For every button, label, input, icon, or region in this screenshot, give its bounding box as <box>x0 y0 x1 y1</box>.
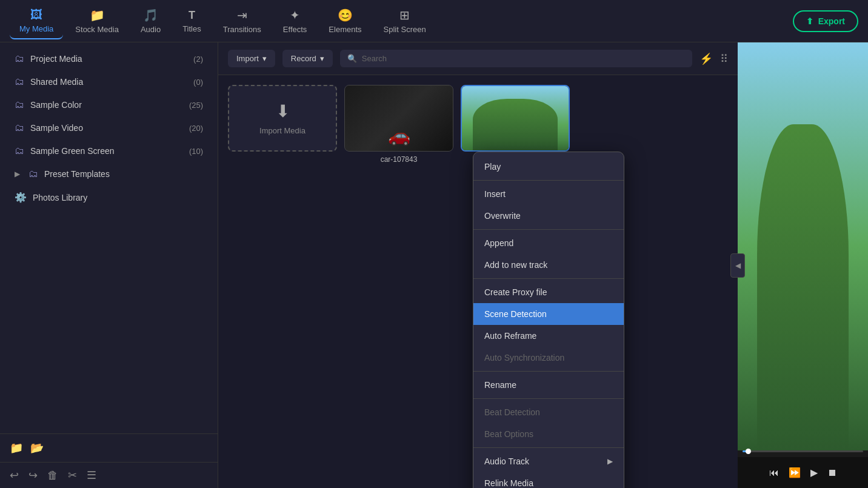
nav-item-stock-media[interactable]: 📁 Stock Media <box>65 3 129 39</box>
nav-label-audio: Audio <box>141 25 161 34</box>
sidebar-item-sample-green[interactable]: 🗂 Sample Green Screen (10) <box>5 139 213 162</box>
sidebar-item-preset-templates[interactable]: ▶ 🗂 Preset Templates <box>5 162 213 186</box>
grid-view-icon[interactable]: ⠿ <box>720 52 728 65</box>
ctx-scene-detection[interactable]: Scene Detection <box>473 303 624 325</box>
ctx-sep-6 <box>473 447 624 448</box>
ctx-rename[interactable]: Rename <box>473 374 624 396</box>
prev-frame-button[interactable]: ⏮ <box>767 465 781 481</box>
ctx-add-new-track[interactable]: Add to new track <box>473 254 624 276</box>
ctx-beat-options: Beat Options <box>473 423 624 445</box>
toolbar-icons: ⚡ ⠿ <box>699 52 728 65</box>
import-media-thumb[interactable]: ⬇ Import Media <box>228 85 337 152</box>
sidebar-label-sample-color: Sample Color <box>30 100 82 110</box>
export-button[interactable]: ⬆ Export <box>793 10 858 32</box>
sidebar-count-project-media: (2) <box>193 55 203 64</box>
sidebar-collapse-arrow[interactable]: ◀ <box>730 253 745 278</box>
nav-item-audio[interactable]: 🎵 Audio <box>131 3 170 39</box>
sidebar-count-sample-green: (10) <box>189 147 203 156</box>
ctx-create-proxy[interactable]: Create Proxy file <box>473 281 624 303</box>
sidebar-item-shared-media[interactable]: 🗂 Shared Media (0) <box>5 70 213 93</box>
ctx-overwrite[interactable]: Overwrite <box>473 205 624 227</box>
import-folder-icon[interactable]: 📂 <box>30 441 44 455</box>
search-placeholder[interactable]: Search <box>362 54 387 63</box>
nav-item-elements[interactable]: 😊 Elements <box>319 3 371 39</box>
import-label: Import <box>236 54 259 63</box>
ctx-auto-sync-label: Auto Synchronization <box>484 353 564 363</box>
ctx-auto-reframe[interactable]: Auto Reframe <box>473 325 624 347</box>
toolbar-footer: ↩ ↪ 🗑 ✂ ☰ <box>0 462 218 488</box>
sidebar-count-sample-color: (25) <box>189 101 203 110</box>
stock-media-icon: 📁 <box>90 8 105 22</box>
play-button[interactable]: ⏩ <box>786 464 803 481</box>
export-label: Export <box>818 16 845 26</box>
import-media-icon: ⬇ <box>276 101 290 121</box>
ctx-create-proxy-label: Create Proxy file <box>484 287 547 297</box>
nav-item-transitions[interactable]: ⇥ Transitions <box>213 3 271 39</box>
export-icon: ⬆ <box>806 16 813 26</box>
transitions-icon: ⇥ <box>237 8 247 22</box>
media-area: ◀ Import ▾ Record ▾ 🔍 Search ⚡ ⠿ <box>218 42 738 488</box>
nav-label-stock-media: Stock Media <box>75 25 119 34</box>
ctx-audio-track-label: Audio Track <box>484 456 529 466</box>
sidebar-count-shared-media: (0) <box>193 78 203 87</box>
ctx-relink-media[interactable]: Relink Media <box>473 472 624 488</box>
sidebar-item-sample-color[interactable]: 🗂 Sample Color (25) <box>5 93 213 116</box>
ctx-overwrite-label: Overwrite <box>484 211 521 221</box>
record-button[interactable]: Record ▾ <box>282 50 333 67</box>
cut-icon[interactable]: ✂ <box>68 469 77 482</box>
ctx-beat-detection: Beat Detection <box>473 401 624 423</box>
nav-label-elements: Elements <box>329 25 361 34</box>
ctx-beat-options-label: Beat Options <box>484 429 533 439</box>
car-thumb-visual <box>345 85 453 151</box>
nav-item-my-media[interactable]: 🖼 My Media <box>10 3 63 39</box>
car-video-item[interactable]: car-107843 <box>344 85 453 164</box>
ctx-beat-detection-label: Beat Detection <box>484 407 540 417</box>
ctx-audio-track[interactable]: Audio Track ▶ <box>473 450 624 472</box>
ctx-rename-label: Rename <box>484 380 516 390</box>
nav-item-titles[interactable]: T Titles <box>173 4 211 38</box>
record-chevron-icon: ▾ <box>320 54 324 63</box>
ctx-play[interactable]: Play <box>473 156 624 178</box>
ctx-play-label: Play <box>484 162 501 172</box>
arrow-icon: ▶ <box>15 170 20 178</box>
ctx-scene-detection-label: Scene Detection <box>484 309 547 319</box>
ctx-insert[interactable]: Insert <box>473 183 624 205</box>
filter-icon[interactable]: ⚡ <box>699 52 713 65</box>
sidebar-label-sample-green: Sample Green Screen <box>30 146 115 156</box>
stop-button[interactable]: ⏹ <box>825 465 840 481</box>
sidebar-item-sample-video[interactable]: 🗂 Sample Video (20) <box>5 116 213 139</box>
car-video-label: car-107843 <box>344 155 453 164</box>
folder-icon-sample-color: 🗂 <box>15 99 24 110</box>
ctx-sep-4 <box>473 371 624 372</box>
equalizer-icon[interactable]: ☰ <box>87 469 96 482</box>
new-folder-icon[interactable]: 📁 <box>10 441 23 455</box>
import-media-item[interactable]: ⬇ Import Media <box>228 85 337 164</box>
fast-play-button[interactable]: ▶ <box>808 464 820 481</box>
sidebar-item-photos-library[interactable]: ⚙️ Photos Library <box>5 186 213 209</box>
sidebar-label-sample-video: Sample Video <box>30 123 83 133</box>
undo-icon[interactable]: ↩ <box>10 469 19 482</box>
nav-item-split-screen[interactable]: ⊞ Split Screen <box>374 3 436 39</box>
tree-thumb-visual <box>462 86 569 150</box>
top-nav: 🖼 My Media 📁 Stock Media 🎵 Audio T Title… <box>0 0 868 42</box>
ctx-sep-2 <box>473 229 624 230</box>
sidebar-content: 🗂 Project Media (2) 🗂 Shared Media (0) 🗂… <box>0 42 218 433</box>
nav-label-titles: Titles <box>182 24 201 33</box>
redo-icon[interactable]: ↪ <box>28 469 38 482</box>
sidebar-item-project-media[interactable]: 🗂 Project Media (2) <box>5 47 213 70</box>
preview-progress-bar-container[interactable] <box>743 450 863 452</box>
ctx-append-label: Append <box>484 238 513 248</box>
nav-label-effects: Effects <box>283 25 307 34</box>
search-icon: 🔍 <box>347 54 357 63</box>
titles-icon: T <box>189 9 195 22</box>
folder-icon-preset: 🗂 <box>28 169 38 179</box>
import-button[interactable]: Import ▾ <box>228 50 275 67</box>
ctx-append[interactable]: Append <box>473 232 624 254</box>
nav-item-effects[interactable]: ✦ Effects <box>273 3 317 39</box>
ctx-insert-label: Insert <box>484 189 506 199</box>
preview-controls: ⏮ ⏩ ▶ ⏹ <box>738 457 868 488</box>
nav-label-split-screen: Split Screen <box>384 25 426 34</box>
delete-icon[interactable]: 🗑 <box>47 469 58 482</box>
ctx-add-new-track-label: Add to new track <box>484 260 547 270</box>
sidebar-label-project-media: Project Media <box>30 54 82 64</box>
